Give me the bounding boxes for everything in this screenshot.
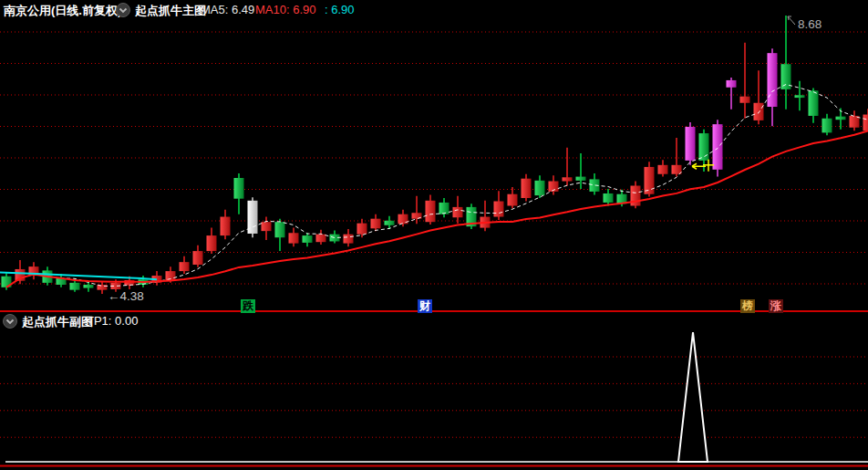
event-badge[interactable]: 榜 — [740, 299, 755, 313]
tp1-spike-plot — [0, 332, 868, 466]
panel-divider-line — [0, 310, 868, 312]
tp1-value: TP1: 0.00 — [87, 314, 138, 328]
signal-markers — [692, 160, 714, 172]
chevron-down-icon[interactable] — [116, 3, 130, 17]
chevron-down-icon[interactable] — [3, 314, 17, 329]
ma-overlay-lines — [0, 85, 868, 287]
event-badge[interactable]: 财 — [418, 299, 432, 313]
main-chart-header: 南京公用(日线.前复权) 起点抓牛主图 MA5: 6.49 MA10: 6.90… — [0, 0, 868, 20]
main-indicator-title[interactable]: 起点抓牛主图 — [135, 3, 206, 19]
svg-text:←4.38: ←4.38 — [108, 289, 144, 303]
main-candlestick-chart[interactable]: ←4.388.68 — [0, 0, 868, 312]
event-badge[interactable]: 跌 — [241, 299, 255, 313]
sub-gridlines — [0, 357, 868, 437]
sub-chart-header: 起点抓牛副图 TP1: 0.00 — [0, 313, 868, 329]
stock-title: 南京公用(日线.前复权) — [4, 3, 121, 19]
main-gridlines — [0, 32, 868, 284]
ma5-value: MA5: 6.49 — [201, 3, 254, 16]
sub-indicator-title[interactable]: 起点抓牛副图 — [22, 314, 93, 330]
sub-indicator-chart[interactable] — [0, 330, 868, 468]
event-badge[interactable]: 涨 — [769, 299, 783, 313]
ma10-value: MA10: 6.90 — [255, 3, 316, 16]
ma-extra-value: : 6.90 — [325, 3, 355, 16]
